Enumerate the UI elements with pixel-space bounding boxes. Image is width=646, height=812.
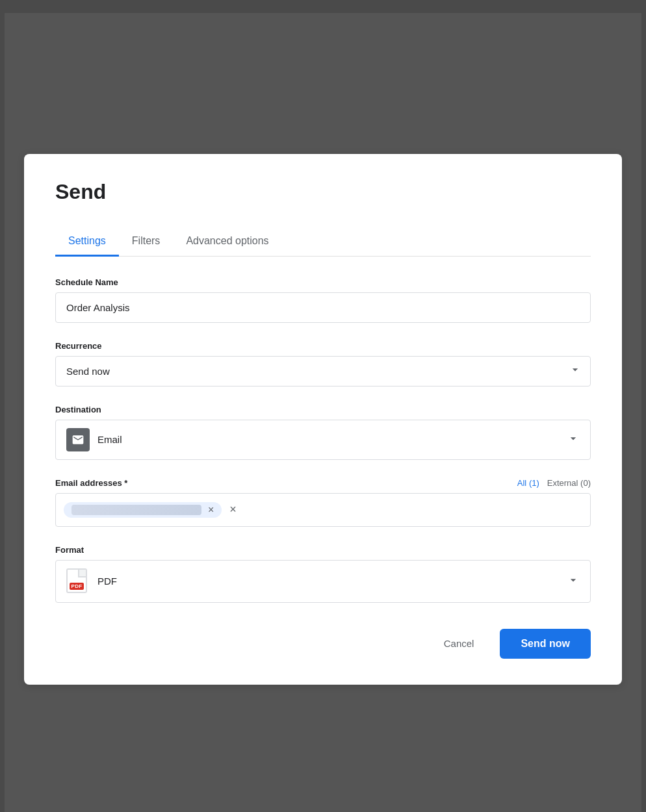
pdf-icon-inner: PDF (66, 568, 87, 593)
format-select[interactable]: PDF PDF (55, 560, 591, 603)
email-chips-container[interactable]: × × (55, 493, 591, 527)
cancel-button[interactable]: Cancel (428, 630, 490, 657)
email-chip: × (64, 502, 222, 518)
pdf-file-icon: PDF (66, 568, 90, 594)
send-now-button[interactable]: Send now (500, 629, 591, 659)
email-addresses-label-row: Email addresses * All (1) External (0) (55, 478, 591, 488)
format-value: PDF (97, 576, 567, 587)
recurrence-group: Recurrence Send now Daily Weekly Monthly (55, 341, 591, 387)
schedule-name-label: Schedule Name (55, 277, 591, 287)
destination-select[interactable]: Email (55, 420, 591, 460)
email-addresses-label: Email addresses * (55, 478, 127, 488)
destination-chevron-icon (567, 432, 580, 448)
format-chevron-icon (567, 574, 580, 589)
destination-group: Destination Email (55, 405, 591, 460)
schedule-name-input[interactable] (55, 292, 591, 323)
tab-bar: Settings Filters Advanced options (55, 227, 591, 257)
dialog-footer: Cancel Send now (55, 629, 591, 659)
recurrence-label: Recurrence (55, 341, 591, 351)
all-link[interactable]: All (1) (517, 478, 539, 488)
external-label: External (0) (547, 478, 591, 488)
pdf-badge: PDF (70, 583, 84, 590)
tab-filters[interactable]: Filters (119, 227, 174, 257)
destination-value: Email (97, 434, 567, 445)
tab-advanced-options[interactable]: Advanced options (173, 227, 281, 257)
email-addresses-group: Email addresses * All (1) External (0) (55, 478, 591, 527)
recurrence-select[interactable]: Send now Daily Weekly Monthly (55, 356, 591, 387)
dialog-overlay: Send Settings Filters Advanced options S… (5, 13, 641, 812)
required-asterisk: * (122, 478, 128, 488)
format-group: Format PDF PDF (55, 545, 591, 603)
send-dialog: Send Settings Filters Advanced options S… (24, 154, 622, 685)
email-clear-icon[interactable]: × (227, 500, 239, 519)
email-icon (66, 428, 90, 451)
email-counts: All (1) External (0) (517, 478, 591, 488)
chip-remove-icon[interactable]: × (208, 505, 214, 515)
dialog-title: Send (55, 180, 591, 204)
destination-label: Destination (55, 405, 591, 414)
recurrence-select-wrapper: Send now Daily Weekly Monthly (55, 356, 591, 387)
format-label: Format (55, 545, 591, 555)
schedule-name-group: Schedule Name (55, 277, 591, 323)
tab-settings[interactable]: Settings (55, 227, 119, 257)
blurred-email (71, 505, 201, 515)
